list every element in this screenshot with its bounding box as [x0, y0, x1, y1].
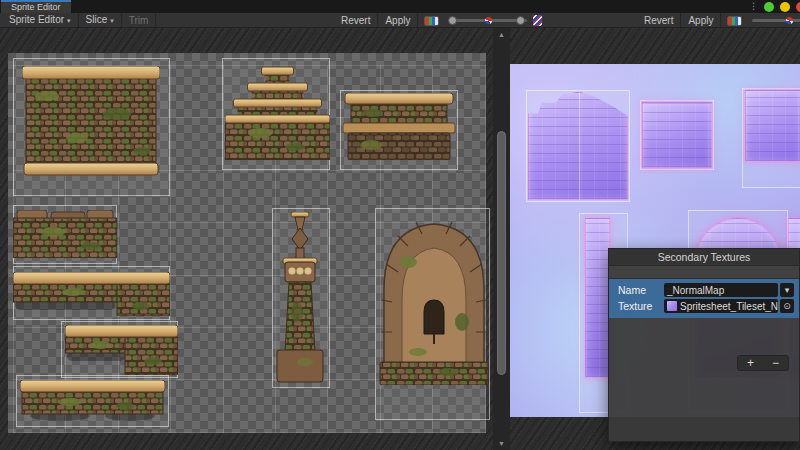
scroll-up-icon[interactable]: ▲	[493, 29, 510, 40]
status-dot-green[interactable]	[764, 2, 774, 12]
apply-button-right[interactable]: Apply	[681, 13, 721, 28]
pyramid-sprite[interactable]	[225, 63, 330, 160]
tab-sprite-editor[interactable]: Sprite Editor	[1, 0, 71, 13]
secondary-textures-panel: Secondary Textures Name _NormalMap ▾ Tex…	[608, 248, 800, 442]
add-texture-button[interactable]: +	[738, 356, 763, 370]
mip-stripes-icon	[533, 15, 542, 26]
tab-title: Sprite Editor	[11, 2, 61, 12]
status-dot-yellow[interactable]	[780, 2, 790, 12]
nm-right-emboss	[745, 90, 800, 162]
ledge-sprite-1[interactable]	[13, 210, 117, 258]
rgb-alpha-toggle-icon[interactable]	[424, 16, 439, 26]
remove-texture-button[interactable]: −	[763, 356, 788, 370]
name-dropdown[interactable]: _NormalMap	[664, 283, 778, 297]
mip-slider-left[interactable]	[449, 19, 527, 22]
mip-slider-right[interactable]	[752, 19, 800, 22]
slider-knob[interactable]	[516, 16, 525, 25]
scrollbar-thumb[interactable]	[497, 131, 506, 375]
arch-sprite[interactable]	[378, 212, 490, 385]
sprite-canvas[interactable]	[8, 53, 486, 433]
pillar-sprite[interactable]	[275, 212, 325, 385]
tab-strip: Sprite Editor ⋮	[0, 0, 800, 13]
apply-button-left[interactable]: Apply	[378, 13, 418, 28]
ledge-sprite-2[interactable]	[13, 272, 170, 316]
object-picker-icon: ⊙	[783, 301, 791, 311]
slider-marker-icon	[786, 17, 793, 24]
texture-label: Texture	[618, 300, 664, 312]
chevron-down-icon: ▾	[67, 17, 71, 24]
slider-marker-icon	[485, 17, 492, 24]
sprite-editor-window: Sprite Editor ⋮ Sprite Editor▾ Slice▾ Tr…	[0, 0, 800, 450]
ledge-sprite-4[interactable]	[20, 380, 165, 422]
revert-button-right[interactable]: Revert	[637, 13, 681, 28]
rgb-alpha-toggle-icon[interactable]	[727, 16, 742, 26]
status-dot-red[interactable]	[796, 2, 800, 12]
chevron-down-icon: ▾	[110, 17, 114, 24]
panel-title: Secondary Textures	[609, 249, 799, 266]
nm-slice-line	[579, 92, 580, 200]
left-editor-area	[0, 28, 493, 450]
texture-thumbnail-icon	[667, 301, 677, 311]
vertical-scrollbar[interactable]: ▲ ▼	[493, 28, 510, 450]
nm-block-emboss	[642, 102, 712, 168]
list-footer: + −	[737, 355, 789, 371]
chevron-down-icon: ▾	[785, 285, 790, 295]
texture-list-selected-entry[interactable]: Name _NormalMap ▾ Texture Spritesheet_Ti…	[609, 279, 799, 318]
revert-button-left[interactable]: Revert	[334, 13, 378, 28]
trim-button[interactable]: Trim	[122, 13, 157, 28]
sprite-editor-mode-dropdown[interactable]: Sprite Editor▾	[2, 13, 79, 28]
window-menu-icon[interactable]: ⋮	[749, 0, 758, 13]
texture-list-row-empty[interactable]	[609, 266, 799, 279]
object-picker-button[interactable]: ⊙	[780, 299, 794, 313]
ledge-sprite-3[interactable]	[65, 325, 178, 375]
name-dropdown-arrow[interactable]: ▾	[780, 283, 794, 297]
toolbar: Sprite Editor▾ Slice▾ Trim Revert Apply …	[0, 13, 800, 28]
platform-sprite[interactable]	[343, 93, 455, 160]
texture-object-field[interactable]: Spritesheet_Tileset_NRM	[664, 299, 778, 313]
slider-knob[interactable]	[448, 16, 457, 25]
nm-pillar-emboss	[585, 218, 610, 378]
scroll-down-icon[interactable]: ▼	[493, 438, 510, 449]
slice-dropdown[interactable]: Slice▾	[79, 13, 122, 28]
wall-sprite[interactable]	[22, 66, 160, 176]
name-label: Name	[618, 284, 664, 296]
nm-wall-emboss	[528, 92, 628, 200]
